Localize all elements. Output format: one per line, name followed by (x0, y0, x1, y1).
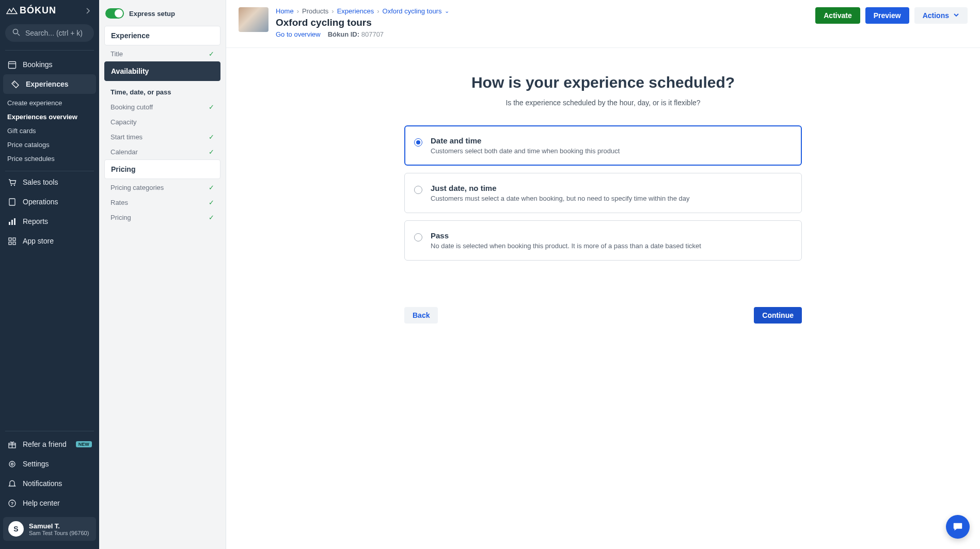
sidebar-item-reports[interactable]: Reports (0, 212, 99, 231)
svg-rect-8 (14, 218, 15, 225)
actions-button[interactable]: Actions (914, 7, 968, 24)
search-input[interactable]: Search... (ctrl + k) (5, 24, 94, 42)
sidebar-item-help[interactable]: ? Help center (0, 493, 99, 513)
setup-item-start-times[interactable]: Start times ✓ (104, 130, 220, 144)
svg-rect-12 (13, 242, 15, 245)
option-title: Date and time (431, 136, 620, 145)
svg-point-4 (13, 184, 14, 185)
logo[interactable]: BÓKUN (6, 5, 56, 16)
svg-rect-7 (11, 220, 13, 225)
sidebar-item-label: Sales tools (23, 178, 58, 186)
option-title: Just date, no time (431, 184, 690, 192)
svg-point-0 (13, 29, 18, 34)
sidebar-item-label: Help center (23, 499, 60, 507)
sidebar-sub-create-experience[interactable]: Create experience (7, 96, 99, 110)
sidebar-item-label: Bookings (23, 60, 53, 69)
overview-link[interactable]: Go to overview (276, 30, 321, 38)
sidebar-item-notifications[interactable]: Notifications (0, 474, 99, 493)
gift-icon (7, 440, 17, 449)
breadcrumb-current[interactable]: Oxford cycling tours (383, 7, 442, 15)
tag-icon (10, 79, 20, 89)
svg-rect-6 (9, 222, 10, 225)
svg-point-2 (13, 83, 14, 84)
user-menu[interactable]: S Samuel T. Sam Test Tours (96760) (3, 517, 96, 541)
option-desc: Customers select both date and time when… (431, 147, 620, 155)
page-title: Oxford cycling tours (276, 17, 808, 28)
bell-icon (7, 479, 17, 488)
setup-group-experience[interactable]: Experience (104, 26, 220, 45)
sidebar-sub-price-schedules[interactable]: Price schedules (7, 152, 99, 166)
check-icon: ✓ (209, 103, 214, 111)
setup-group-pricing[interactable]: Pricing (104, 159, 220, 179)
check-icon: ✓ (209, 199, 214, 206)
setup-item-calendar[interactable]: Calendar ✓ (104, 144, 220, 159)
sidebar-item-label: App store (23, 237, 54, 245)
sidebar-item-operations[interactable]: Operations (0, 192, 99, 212)
sidebar-item-refer[interactable]: Refer a friend NEW (0, 434, 99, 454)
calendar-icon (7, 60, 17, 69)
check-icon: ✓ (209, 148, 214, 156)
option-desc: No date is selected when booking this pr… (431, 242, 701, 250)
back-button[interactable]: Back (404, 307, 438, 324)
setup-item-pricing[interactable]: Pricing ✓ (104, 210, 220, 225)
main-header: Home › Products › Experiences › Oxford c… (226, 0, 980, 48)
sidebar-item-label: Experiences (26, 80, 69, 88)
option-pass[interactable]: Pass No date is selected when booking th… (404, 220, 802, 261)
sidebar: BÓKUN Search... (ctrl + k) Bookings (0, 0, 99, 549)
check-icon: ✓ (209, 133, 214, 141)
setup-item-title[interactable]: Title ✓ (104, 46, 220, 61)
radio-icon (414, 186, 422, 194)
chat-bubble[interactable] (946, 515, 970, 539)
bar-chart-icon (7, 217, 17, 226)
search-icon (12, 28, 20, 38)
experience-thumb (239, 7, 268, 32)
cart-icon (7, 177, 17, 187)
sidebar-item-label: Operations (23, 198, 58, 206)
sidebar-sub-experiences-overview[interactable]: Experiences overview (7, 110, 99, 124)
main: Home › Products › Experiences › Oxford c… (226, 0, 980, 549)
clipboard-icon (7, 197, 17, 206)
bokun-id-value: 807707 (361, 30, 384, 38)
chevron-down-icon (953, 11, 959, 20)
sidebar-item-experiences[interactable]: Experiences (3, 74, 96, 94)
svg-text:?: ? (10, 501, 13, 506)
option-just-date[interactable]: Just date, no time Customers must select… (404, 173, 802, 213)
help-icon: ? (7, 498, 17, 508)
sidebar-item-sales-tools[interactable]: Sales tools (0, 172, 99, 192)
search-placeholder: Search... (ctrl + k) (25, 29, 83, 37)
continue-button[interactable]: Continue (754, 307, 802, 324)
chevron-down-icon[interactable]: ⌄ (445, 8, 449, 14)
breadcrumb-products: Products (302, 7, 328, 15)
svg-rect-5 (9, 199, 15, 205)
check-icon: ✓ (209, 50, 214, 58)
setup-item-time-date-pass[interactable]: Time, date, or pass (104, 82, 220, 100)
actions-button-label: Actions (923, 11, 949, 20)
setup-item-booking-cutoff[interactable]: Booking cutoff ✓ (104, 100, 220, 115)
sidebar-item-settings[interactable]: Settings (0, 454, 99, 474)
sidebar-sub-price-catalogs[interactable]: Price catalogs (7, 138, 99, 152)
chat-icon (952, 521, 963, 532)
sidebar-sub-gift-cards[interactable]: Gift cards (7, 124, 99, 138)
avatar: S (8, 521, 24, 537)
setup-item-pricing-categories[interactable]: Pricing categories ✓ (104, 180, 220, 195)
express-setup-toggle[interactable] (105, 8, 124, 19)
collapse-sidebar-icon[interactable] (83, 6, 93, 16)
question-subtitle: Is the experience scheduled by the hour,… (404, 99, 802, 107)
setup-group-availability[interactable]: Availability (104, 61, 220, 81)
breadcrumb: Home › Products › Experiences › Oxford c… (276, 7, 808, 15)
sidebar-item-app-store[interactable]: App store (0, 231, 99, 251)
gear-icon (7, 459, 17, 469)
setup-item-rates[interactable]: Rates ✓ (104, 195, 220, 210)
option-date-and-time[interactable]: Date and time Customers select both date… (404, 125, 802, 166)
question-title: How is your experience scheduled? (404, 74, 802, 91)
radio-icon (414, 233, 422, 241)
preview-button[interactable]: Preview (865, 7, 909, 24)
activate-button[interactable]: Activate (815, 7, 860, 24)
breadcrumb-home[interactable]: Home (276, 7, 294, 15)
sidebar-item-bookings[interactable]: Bookings (0, 55, 99, 74)
sidebar-item-label: Refer a friend (23, 440, 67, 448)
option-desc: Customers must select a date when bookin… (431, 195, 690, 202)
breadcrumb-experiences[interactable]: Experiences (337, 7, 374, 15)
option-title: Pass (431, 231, 701, 240)
setup-item-capacity[interactable]: Capacity (104, 115, 220, 130)
